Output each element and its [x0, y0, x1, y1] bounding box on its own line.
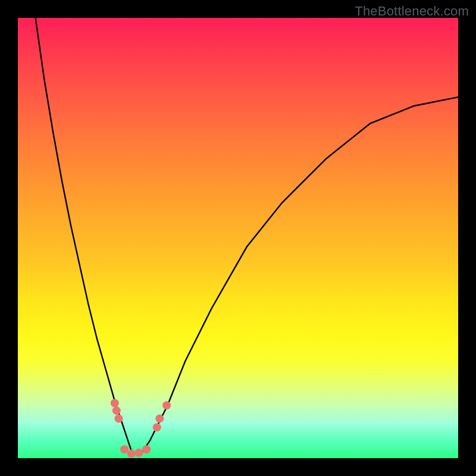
marker-dot	[155, 414, 164, 422]
marker-dot	[120, 445, 129, 453]
marker-dot	[135, 449, 143, 457]
marker-dot	[112, 406, 121, 415]
marker-dot	[115, 414, 123, 422]
marker-group	[111, 399, 171, 458]
marker-dot	[142, 445, 151, 453]
chart-container: TheBottleneck.com	[0, 0, 476, 476]
marker-dot	[162, 401, 171, 409]
watermark-text: TheBottleneck.com	[355, 4, 469, 19]
bottleneck-curve	[36, 18, 458, 454]
marker-dot	[153, 423, 161, 431]
chart-overlay	[18, 18, 458, 458]
marker-dot	[111, 399, 119, 408]
marker-dot	[127, 450, 136, 458]
